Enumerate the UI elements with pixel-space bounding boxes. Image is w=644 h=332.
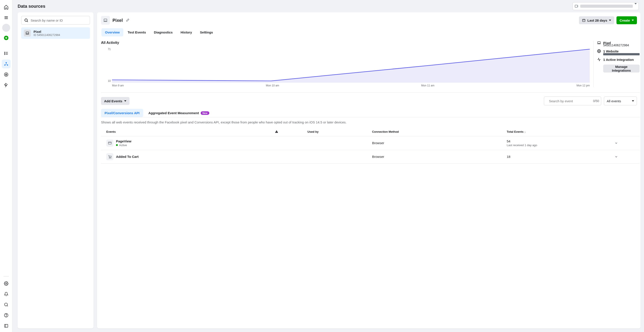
avatar[interactable] xyxy=(2,24,10,32)
chevron-down-icon xyxy=(124,100,126,102)
sidebar-item-name: Pixel xyxy=(34,30,60,33)
website-redacted xyxy=(603,53,640,55)
x-tick: Mon 9 am xyxy=(112,84,124,87)
subtabs: Pixel/Conversions API Aggregated Event M… xyxy=(101,109,640,117)
x-tick: Mon 12 pm xyxy=(576,84,590,87)
menu-icon[interactable] xyxy=(2,13,10,22)
list-icon[interactable] xyxy=(2,49,10,58)
gear-icon[interactable] xyxy=(2,279,10,288)
th-warning[interactable] xyxy=(273,127,306,136)
search-icon xyxy=(24,18,28,22)
table-row[interactable]: PageView Active Browser 54 Last received… xyxy=(101,136,640,150)
th-connection[interactable]: Connection Method xyxy=(370,127,505,136)
subtab-aggregated[interactable]: Aggregated Event Measurement New xyxy=(145,109,213,117)
tab-overview[interactable]: Overview xyxy=(102,28,123,36)
pixel-title: Pixel xyxy=(112,18,123,23)
tab-settings[interactable]: Settings xyxy=(196,28,216,36)
globe-icon xyxy=(597,49,601,53)
manage-label: Manage Integrations xyxy=(606,65,636,72)
svg-line-16 xyxy=(7,306,8,307)
create-label: Create xyxy=(620,18,630,22)
page-title: Data sources xyxy=(18,4,46,9)
laptop-icon xyxy=(24,29,31,36)
y-tick-max: 71 xyxy=(101,48,111,51)
event-total: 18 xyxy=(506,155,611,158)
home-icon[interactable] xyxy=(2,3,10,11)
svg-rect-40 xyxy=(276,132,277,132)
info-pixel-id: 545011406272984 xyxy=(603,43,640,47)
subtab-agg-label: Aggregated Event Measurement xyxy=(148,111,199,115)
svg-rect-41 xyxy=(108,142,112,144)
chevron-down-icon xyxy=(632,20,634,21)
activity-chart: 71 10 xyxy=(101,47,590,83)
sidebar-toggle-icon[interactable] xyxy=(2,322,10,330)
edit-icon[interactable] xyxy=(126,18,130,22)
x-ticks: Mon 9 am Mon 10 am Mon 11 am Mon 12 pm xyxy=(101,84,590,87)
search-events-count: 0/50 xyxy=(593,99,599,103)
svg-point-10 xyxy=(6,62,6,63)
th-events[interactable]: Events xyxy=(101,127,273,136)
svg-point-14 xyxy=(6,283,6,284)
tab-test-events[interactable]: Test Events xyxy=(124,28,150,36)
laptop-icon xyxy=(101,16,110,25)
star-icon[interactable] xyxy=(2,70,10,79)
th-used-by[interactable]: Used by xyxy=(306,127,370,136)
create-button[interactable]: Create xyxy=(616,16,637,24)
filter-label: All events xyxy=(607,99,621,103)
search-input[interactable] xyxy=(31,18,87,22)
event-connection: Browser xyxy=(370,136,505,150)
search-events-input[interactable] xyxy=(549,99,591,103)
events-table: Events Used by Connection Method Total E… xyxy=(101,127,640,164)
svg-rect-21 xyxy=(575,5,578,7)
tab-diagnostics[interactable]: Diagnostics xyxy=(150,28,176,36)
svg-point-4 xyxy=(4,52,5,53)
search-input-wrapper[interactable] xyxy=(21,16,90,25)
date-range-button[interactable]: Last 28 days xyxy=(579,16,614,24)
sidebar-item-pixel[interactable]: Pixel ID 545011406272984 xyxy=(21,27,90,39)
sidebar-item-id: ID 545011406272984 xyxy=(34,33,60,36)
data-sources-icon[interactable] xyxy=(2,59,10,68)
event-name: Added To Cart xyxy=(116,155,138,158)
svg-point-18 xyxy=(6,316,6,316)
tab-history[interactable]: History xyxy=(177,28,196,36)
info-integration-label: 1 Active Integration xyxy=(603,58,634,61)
event-icon xyxy=(106,153,113,160)
filter-events-select[interactable]: All events xyxy=(604,97,637,105)
help-icon[interactable] xyxy=(2,311,10,320)
svg-rect-29 xyxy=(582,19,585,21)
account-name-redacted xyxy=(580,5,633,8)
warning-icon xyxy=(275,130,278,133)
svg-rect-19 xyxy=(4,324,8,327)
event-connection: Browser xyxy=(370,150,505,163)
sidebar-panel: Pixel ID 545011406272984 xyxy=(18,12,94,329)
svg-point-5 xyxy=(4,53,5,54)
event-total: 54 xyxy=(506,139,611,143)
subtab-pixel-api[interactable]: Pixel/Conversions API xyxy=(101,109,143,117)
add-events-button[interactable]: Add Events xyxy=(101,97,130,105)
add-events-label: Add Events xyxy=(104,99,122,103)
chevron-down-icon xyxy=(632,100,634,102)
svg-point-44 xyxy=(110,158,111,158)
x-tick: Mon 10 am xyxy=(266,84,279,87)
event-name: PageView xyxy=(116,139,132,143)
nav-rail xyxy=(0,0,12,332)
table-row[interactable]: Added To Cart Browser 18 xyxy=(101,150,640,163)
info-website-label: 1 Website xyxy=(603,49,619,53)
bell-icon[interactable] xyxy=(2,290,10,299)
sort-down-icon: ↓ xyxy=(524,130,526,133)
event-icon xyxy=(106,140,113,147)
account-picker[interactable] xyxy=(572,2,639,10)
main-panel: Pixel Last 28 days Create xyxy=(97,12,640,329)
chevron-down-icon xyxy=(634,4,637,8)
event-used-by xyxy=(306,136,370,150)
th-total[interactable]: Total Events ↓ xyxy=(505,127,612,136)
search-icon[interactable] xyxy=(2,300,10,309)
manage-integrations-button[interactable]: Manage Integrations xyxy=(603,65,640,72)
chevron-down-icon[interactable] xyxy=(614,155,618,158)
search-events-wrapper[interactable]: 0/50 xyxy=(544,97,601,105)
chevron-down-icon[interactable] xyxy=(614,141,618,145)
create-icon[interactable] xyxy=(2,33,10,42)
chart-title: All Activity xyxy=(101,41,590,45)
tag-icon[interactable] xyxy=(2,81,10,89)
info-column: Pixel 545011406272984 1 Website xyxy=(593,41,640,87)
